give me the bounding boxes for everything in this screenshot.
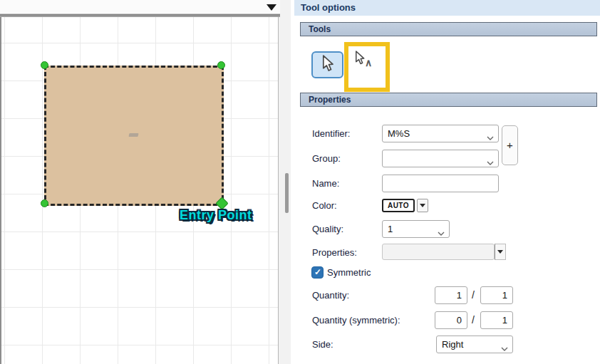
- quantity-symmetric-input[interactable]: [435, 311, 467, 329]
- symmetric-checkbox[interactable]: [311, 266, 324, 279]
- entry-point-label: Entry Point: [180, 208, 252, 223]
- handle-top-left[interactable]: [41, 61, 48, 69]
- side-label: Side:: [312, 339, 333, 350]
- tool-options-panel: Tool options Tools ∧ Properties Identifi…: [291, 0, 600, 364]
- app-window: Entry Point Tool options Tools ∧ Propert…: [0, 0, 600, 364]
- identifier-select[interactable]: M%S: [382, 125, 499, 142]
- quality-value: 1: [388, 224, 393, 234]
- triangle-down-icon: [497, 250, 503, 254]
- properties-dropdown-button[interactable]: [495, 244, 506, 260]
- quantity-symmetric-max-input[interactable]: [480, 311, 513, 329]
- symmetric-label: Symmetric: [327, 267, 371, 278]
- properties-label: Properties:: [312, 247, 357, 258]
- name-label: Name:: [312, 178, 339, 189]
- group-select[interactable]: [382, 150, 499, 167]
- side-select[interactable]: Right: [436, 336, 513, 353]
- color-dropdown-button[interactable]: [417, 199, 428, 212]
- vertical-scrollbar[interactable]: [285, 173, 289, 213]
- side-value: Right: [442, 339, 463, 350]
- add-identifier-button[interactable]: +: [502, 125, 518, 165]
- color-auto-button[interactable]: AUTO: [382, 199, 415, 212]
- handle-bottom-left[interactable]: [41, 199, 48, 207]
- color-label: Color:: [312, 200, 337, 211]
- identifier-value: M%S: [388, 128, 410, 139]
- chevron-down-icon: [487, 157, 494, 167]
- chevron-down-icon: [438, 227, 445, 238]
- quantity-max-input[interactable]: [480, 286, 513, 304]
- name-input[interactable]: [382, 175, 499, 192]
- quantity-symmetric-separator: /: [472, 314, 475, 326]
- group-label: Group:: [312, 153, 341, 164]
- quantity-label: Quantity:: [312, 290, 349, 301]
- section-header-tools[interactable]: Tools: [300, 22, 597, 36]
- panel-title: Tool options: [294, 0, 600, 16]
- handle-top-right[interactable]: [217, 61, 225, 69]
- shape-inner-mark: [128, 133, 138, 137]
- identifier-label: Identifier:: [312, 128, 350, 139]
- triangle-down-icon: [420, 204, 425, 207]
- quantity-separator: /: [472, 289, 475, 301]
- cursor-icon: [319, 55, 336, 76]
- properties-field-disabled: [382, 244, 495, 260]
- canvas-toolbar: [0, 0, 280, 14]
- caret-icon: ∧: [365, 57, 372, 68]
- quality-label: Quality:: [312, 224, 343, 234]
- select-point-tool-button-highlighted[interactable]: ∧: [344, 42, 390, 92]
- drawing-canvas[interactable]: Entry Point: [0, 17, 279, 364]
- quality-select[interactable]: 1: [382, 220, 450, 238]
- chevron-down-icon[interactable]: [267, 4, 276, 11]
- quantity-input[interactable]: [435, 286, 467, 304]
- select-tool-button[interactable]: [311, 51, 343, 78]
- section-header-properties[interactable]: Properties: [300, 93, 597, 107]
- quantity-symmetric-label: Quantity (symmetric):: [312, 315, 400, 326]
- chevron-down-icon: [501, 343, 508, 353]
- chevron-down-icon: [487, 132, 494, 142]
